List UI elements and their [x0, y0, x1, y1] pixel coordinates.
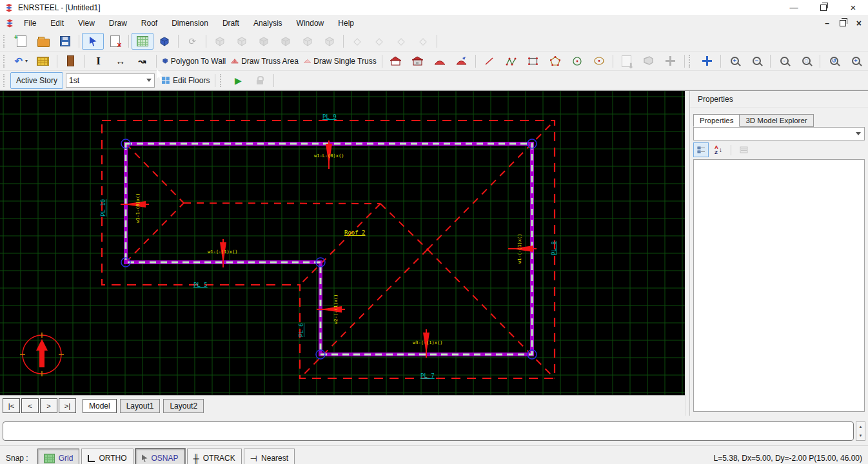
menu-file[interactable]: File	[17, 16, 43, 30]
drawing-canvas[interactable]: PL_9PL_10PL_5PL_6PL_7PL_8Roof_2w1-L-(0)x…	[0, 91, 685, 395]
iso-view-nw-button[interactable]: ◇	[412, 33, 434, 50]
orbit-view-button[interactable]: ⟳	[181, 33, 203, 50]
sheet-prev-button[interactable]: <	[21, 398, 39, 413]
tab-3d-model-explorer[interactable]: 3D Model Explorer	[739, 114, 813, 127]
draw-ellipse-button[interactable]	[588, 53, 610, 70]
menu-draft[interactable]: Draft	[215, 16, 246, 30]
osnap-toggle[interactable]: OSNAP	[135, 449, 185, 464]
view-left-button[interactable]	[253, 33, 275, 50]
lock-button[interactable]	[249, 72, 271, 89]
draw-door-button[interactable]	[60, 53, 82, 70]
command-input[interactable]	[3, 421, 854, 441]
toolbar-grip[interactable]	[3, 55, 7, 68]
menu-window[interactable]: Window	[290, 16, 331, 30]
story-toolbar: Active Story 1st Edit Floors ▶	[0, 71, 868, 90]
sheet-first-button[interactable]: |<	[3, 398, 20, 413]
nearest-toggle[interactable]: ⊣ Nearest	[244, 449, 295, 464]
iso-view-ne-button[interactable]: ◇	[390, 33, 412, 50]
minimize-button[interactable]: —	[779, 0, 809, 15]
toolbar-grip[interactable]	[220, 74, 224, 87]
panel-splitter[interactable]	[685, 91, 689, 416]
view-top-button[interactable]	[297, 33, 319, 50]
tab-model[interactable]: Model	[83, 399, 117, 413]
roof-hip-button[interactable]	[385, 53, 407, 70]
zoom-out-button[interactable]: −	[745, 53, 767, 70]
draw-truss-area-button[interactable]: Draw Truss Area	[228, 53, 301, 70]
open-file-button[interactable]	[32, 33, 54, 50]
roof-edit-button[interactable]	[451, 53, 473, 70]
toolbar-grip[interactable]	[3, 74, 7, 87]
object-select-combo[interactable]	[693, 127, 865, 140]
grid-toggle[interactable]: Grid	[37, 449, 80, 464]
otrack-toggle[interactable]: ╫ OTRACK	[187, 449, 242, 464]
draw-circle-button[interactable]	[566, 53, 588, 70]
zoom-extents-button[interactable]: □	[795, 53, 817, 70]
view-back-button[interactable]	[231, 33, 253, 50]
pan-button[interactable]	[696, 53, 718, 70]
menu-roof[interactable]: Roof	[134, 16, 164, 30]
undo-button[interactable]: ↶▾	[10, 53, 32, 70]
save-file-button[interactable]	[54, 33, 76, 50]
beam-tool-button[interactable]: I	[88, 53, 110, 70]
zoom-realtime-button[interactable]: +	[845, 53, 867, 70]
move-button[interactable]	[660, 53, 682, 70]
leader-tool-button[interactable]: ↝	[132, 53, 153, 70]
view-bottom-button[interactable]	[319, 33, 340, 50]
active-story-button[interactable]: Active Story	[10, 72, 63, 89]
story-select[interactable]: 1st	[66, 73, 155, 88]
menu-analysis[interactable]: Analysis	[246, 16, 290, 30]
draw-polygon-button[interactable]	[544, 53, 566, 70]
menu-edit[interactable]: Edit	[43, 16, 71, 30]
mdi-restore-button[interactable]	[840, 20, 846, 26]
alphabetical-sort-button[interactable]: AZ↓	[711, 142, 726, 157]
spin-down-button[interactable]: ▼	[856, 431, 865, 440]
tab-layout1[interactable]: Layout1	[120, 399, 161, 413]
properties-grid[interactable]	[693, 159, 865, 412]
roof-arc-button[interactable]	[429, 53, 451, 70]
mdi-close-button[interactable]: ×	[856, 18, 862, 28]
tab-layout2[interactable]: Layout2	[163, 399, 204, 413]
select-tool-button[interactable]	[82, 33, 104, 50]
delete-button[interactable]: ×	[104, 33, 126, 50]
menu-view[interactable]: View	[71, 16, 102, 30]
edit-floors-button[interactable]: Edit Floors	[159, 72, 212, 89]
iso-view-se-button[interactable]: ◇	[368, 33, 390, 50]
line-icon	[484, 57, 494, 66]
ortho-toggle[interactable]: ORTHO	[81, 449, 133, 464]
menu-help[interactable]: Help	[331, 16, 361, 30]
spin-up-button[interactable]: ▲	[856, 422, 865, 431]
view-3d-button[interactable]	[153, 33, 175, 50]
iso-view-sw-button[interactable]: ◇	[346, 33, 368, 50]
draw-wall-button[interactable]	[32, 53, 54, 70]
otrack-icon: ╫	[193, 454, 199, 463]
categorized-button[interactable]	[693, 142, 709, 157]
zoom-window-button[interactable]: ▫	[773, 53, 795, 70]
sheet-next-button[interactable]: >	[40, 398, 57, 413]
property-pages-button[interactable]	[736, 142, 751, 157]
draw-polyline-button[interactable]	[500, 53, 522, 70]
draw-rectangle-button[interactable]	[522, 53, 544, 70]
menu-draw[interactable]: Draw	[102, 16, 134, 30]
export-button[interactable]: ⇓	[616, 53, 638, 70]
zoom-in-button[interactable]: +	[724, 53, 745, 70]
swap-model-button[interactable]	[638, 53, 660, 70]
sheet-last-button[interactable]: >|	[59, 398, 76, 413]
draw-line-button[interactable]	[478, 53, 500, 70]
polygon-to-wall-button[interactable]: Polygon To Wall	[159, 53, 229, 70]
new-file-button[interactable]: +	[10, 33, 32, 50]
run-analysis-button[interactable]: ▶	[227, 72, 249, 89]
close-button[interactable]: ×	[838, 0, 868, 15]
tab-properties[interactable]: Properties	[693, 114, 740, 127]
toolbar-grip[interactable]	[3, 35, 7, 48]
view-2d-plan-button[interactable]	[132, 33, 153, 50]
menu-dimension[interactable]: Dimension	[164, 16, 215, 30]
roof-gable-button[interactable]	[407, 53, 429, 70]
mdi-minimize-button[interactable]: –	[825, 19, 829, 28]
dimension-tool-button[interactable]: ↔	[110, 53, 132, 70]
toolbar-grip[interactable]	[689, 55, 693, 68]
view-front-button[interactable]	[209, 33, 231, 50]
zoom-previous-button[interactable]: ↺	[823, 53, 845, 70]
view-right-button[interactable]	[275, 33, 297, 50]
restore-button[interactable]	[809, 0, 838, 15]
draw-single-truss-button[interactable]: Draw Single Truss	[301, 53, 379, 70]
